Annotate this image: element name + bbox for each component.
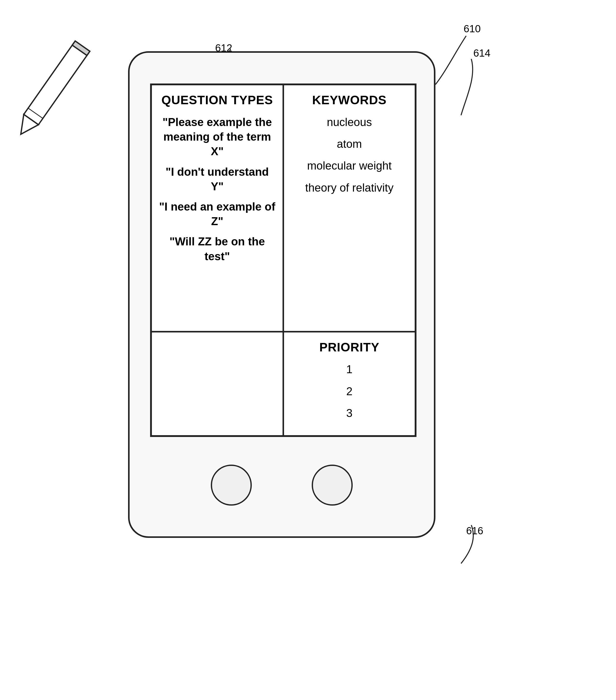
question-types-cell: QUESTION TYPES "Please example the meani…	[151, 85, 283, 332]
question-types-header: QUESTION TYPES	[159, 93, 275, 107]
keywords-header: KEYWORDS	[291, 93, 407, 107]
keywords-cell: KEYWORDS nucleous atom molecular weight …	[283, 85, 415, 332]
button-row	[130, 465, 434, 505]
question-item-4: "Will ZZ be on the test"	[159, 234, 275, 263]
device-screen: QUESTION TYPES "Please example the meani…	[150, 84, 416, 437]
priority-header: PRIORITY	[291, 340, 407, 354]
ref-label-610: 610	[464, 23, 481, 35]
priority-cell: PRIORITY 1 2 3	[283, 332, 415, 436]
keyword-4: theory of relativity	[291, 180, 407, 195]
bottom-left-cell	[151, 332, 283, 436]
question-item-1: "Please example the meaning of the term …	[159, 115, 275, 159]
keyword-2: atom	[291, 137, 407, 151]
priority-2: 2	[291, 384, 407, 399]
device-button-right[interactable]	[312, 465, 353, 505]
svg-rect-2	[72, 41, 90, 55]
svg-rect-0	[24, 43, 88, 125]
ref-label-614: 614	[473, 47, 490, 59]
ref-label-616: 616	[466, 525, 483, 537]
keyword-3: molecular weight	[291, 158, 407, 173]
device-body: QUESTION TYPES "Please example the meani…	[128, 51, 436, 538]
device-button-left[interactable]	[211, 465, 252, 505]
keyword-1: nucleous	[291, 115, 407, 129]
svg-marker-1	[14, 114, 38, 139]
question-item-2: "I don't understand Y"	[159, 164, 275, 193]
priority-1: 1	[291, 362, 407, 376]
question-item-3: "I need an example of Z"	[159, 199, 275, 228]
svg-line-3	[28, 108, 43, 118]
screen-grid: QUESTION TYPES "Please example the meani…	[151, 85, 415, 436]
priority-3: 3	[291, 406, 407, 420]
